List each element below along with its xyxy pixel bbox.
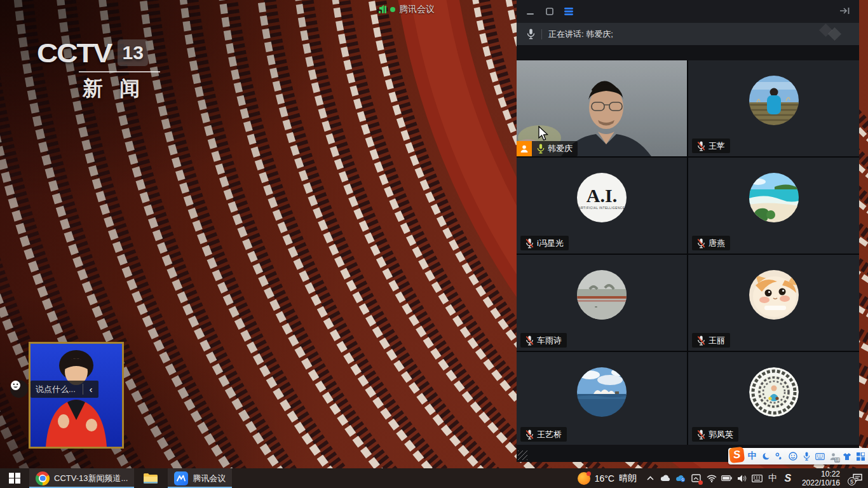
punctuation-mode-icon[interactable]	[774, 449, 785, 463]
taskbar-app-chrome[interactable]: CCTV-13新闻频道...	[29, 468, 134, 488]
taskbar-clock[interactable]: 10:22 2022/10/16	[796, 468, 846, 488]
cctv-logo-text: CCTV	[37, 37, 111, 69]
speakbar-divider	[541, 29, 542, 39]
mic-active-icon	[537, 144, 545, 154]
start-button[interactable]	[0, 468, 29, 488]
participant-name-tag: 郭凤英	[692, 427, 738, 442]
participant-tile[interactable]: 王丽	[688, 255, 859, 351]
sogou-ime-bar[interactable]: S 中 18	[728, 448, 868, 464]
mic-muted-icon	[697, 430, 705, 440]
participant-name-tag: 王丽	[692, 333, 730, 348]
weather-temp: 16°C	[595, 473, 614, 484]
participant-tile[interactable]: 王艺桥	[517, 352, 687, 445]
volume-icon[interactable]	[735, 468, 750, 488]
soft-keyboard-icon[interactable]	[815, 449, 825, 463]
participant-name-tag: 王苹	[692, 139, 730, 153]
participant-tile-video[interactable]: 韩爱庆	[517, 60, 687, 156]
taskbar-app-label: CCTV-13新闻频道...	[54, 473, 128, 484]
teen-mode-icon[interactable]: 18	[828, 449, 839, 463]
windows-logo-icon	[9, 473, 20, 484]
avatar	[749, 367, 799, 417]
ime-language-indicator[interactable]: 中	[765, 468, 780, 488]
ime-chinese-mode[interactable]: 中	[747, 449, 757, 463]
taskbar-app-explorer[interactable]	[137, 468, 164, 488]
skin-icon[interactable]	[841, 449, 852, 463]
emoji-button[interactable]	[10, 380, 28, 398]
exit-fullscreen-button[interactable]	[839, 6, 850, 15]
chrome-icon	[36, 471, 50, 485]
toolbox-icon[interactable]	[855, 449, 866, 463]
taskbar-app-label: 腾讯会议	[193, 473, 226, 484]
avatar	[749, 173, 799, 222]
onedrive-cloud-icon[interactable]	[658, 468, 674, 488]
mic-muted-icon	[697, 238, 705, 248]
avatar	[749, 270, 799, 320]
sogou-logo-icon[interactable]: S	[729, 447, 745, 463]
system-tray: 中 S	[643, 468, 796, 488]
teen-mode-badge: 18	[834, 458, 841, 463]
meeting-watermark	[821, 25, 849, 43]
mic-muted-icon	[697, 141, 705, 151]
screen-capture-icon[interactable]	[689, 468, 704, 488]
meeting-titlebar	[517, 0, 859, 23]
collapse-arrow-button[interactable]: ‹	[83, 384, 98, 395]
tencent-meeting-icon	[174, 471, 188, 485]
maximize-button[interactable]	[545, 6, 555, 17]
window-resize-handle[interactable]	[518, 451, 527, 460]
participant-name: 王艺桥	[537, 429, 562, 440]
screenshare-indicator: 腾讯会议	[379, 4, 435, 15]
participant-name: 王苹	[709, 140, 725, 152]
wifi-icon[interactable]	[704, 468, 719, 488]
speaking-status-bar: 正在讲话: 韩爱庆;	[517, 23, 859, 45]
battery-icon[interactable]	[719, 468, 735, 488]
windows-taskbar: CCTV-13新闻频道... 腾讯会议 16°C 晴朗	[0, 468, 868, 488]
avatar	[577, 270, 627, 320]
weather-desc: 晴朗	[619, 473, 637, 484]
emoji-picker-icon[interactable]	[787, 449, 798, 463]
participant-name: 郭凤英	[709, 429, 733, 440]
moon-halfwidth-icon[interactable]	[760, 449, 771, 463]
comment-input-bar[interactable]: 说点什么... ‹	[31, 381, 98, 398]
mouse-cursor	[538, 126, 549, 141]
speaker-icon	[379, 4, 388, 13]
mic-icon	[527, 29, 535, 39]
avatar	[577, 367, 627, 417]
action-center-button[interactable]: 5	[846, 468, 868, 488]
layout-menu-button[interactable]	[564, 6, 574, 17]
participant-tile[interactable]: 唐燕	[688, 158, 859, 254]
participant-name-tag: 唐燕	[692, 236, 730, 250]
participant-name-tag: i冯星光	[520, 236, 569, 250]
recording-dot-icon	[390, 7, 395, 12]
weather-sun-icon	[578, 472, 590, 485]
mic-muted-icon	[526, 430, 534, 440]
tray-expand-chevron[interactable]	[643, 468, 658, 488]
avatar: A.I. ARTIFICIAL INTELLIGENCE	[577, 173, 627, 222]
sogou-tray-icon[interactable]: S	[780, 468, 796, 488]
touch-keyboard-icon[interactable]	[750, 468, 765, 488]
mic-muted-icon	[697, 336, 705, 346]
participant-tile[interactable]: 王苹	[688, 60, 859, 156]
participant-tile[interactable]: A.I. ARTIFICIAL INTELLIGENCE i冯星光	[517, 158, 687, 254]
comment-placeholder[interactable]: 说点什么...	[31, 384, 83, 395]
cctv-channel-number: 13	[118, 39, 148, 66]
file-explorer-icon	[143, 472, 158, 484]
weather-widget[interactable]: 16°C 晴朗	[571, 468, 643, 488]
voice-input-icon[interactable]	[801, 449, 811, 463]
host-badge	[517, 141, 532, 156]
mic-muted-icon	[526, 238, 534, 248]
participant-tile[interactable]: 车雨诗	[517, 255, 687, 351]
smiley-icon	[10, 380, 21, 391]
minimize-button[interactable]	[526, 6, 536, 17]
participant-grid: 韩爱庆	[517, 60, 859, 445]
participant-name: 王丽	[709, 335, 725, 346]
ai-logo-text: A.I.	[587, 186, 617, 205]
meeting-window: 正在讲话: 韩爱庆;	[517, 0, 859, 462]
sync-cloud-icon[interactable]	[674, 468, 689, 488]
participant-name: 韩爱庆	[548, 143, 573, 154]
participant-name-tag: 韩爱庆	[532, 141, 578, 156]
taskbar-app-tencent-meeting[interactable]: 腾讯会议	[168, 468, 232, 488]
cctv-watermark: CCTV 13 新闻	[37, 36, 160, 103]
participant-tile[interactable]: 郭凤英	[688, 352, 859, 445]
participant-name: 唐燕	[709, 238, 725, 249]
participant-name-tag: 王艺桥	[520, 427, 567, 442]
